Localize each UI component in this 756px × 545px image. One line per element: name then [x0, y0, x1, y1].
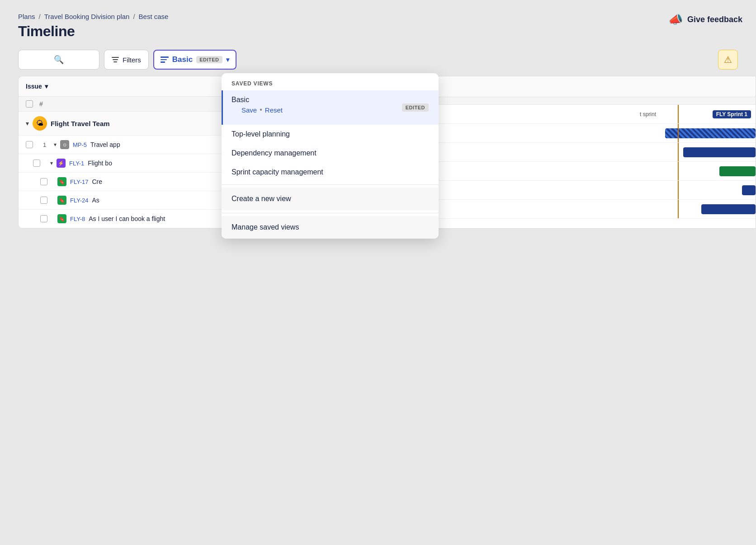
row-checkbox[interactable] — [40, 197, 54, 204]
give-feedback-button[interactable]: 📣 Give feedback — [668, 13, 742, 27]
row-checkbox[interactable] — [26, 141, 39, 148]
timeline-bar[interactable] — [665, 128, 756, 138]
hash-header: # — [39, 100, 43, 108]
today-line — [678, 124, 679, 142]
issue-column-header[interactable]: Issue ▾ — [26, 83, 48, 90]
dot-separator: • — [260, 106, 262, 114]
chevron-down-icon: ▾ — [45, 83, 48, 90]
breadcrumb-sep-1: / — [39, 13, 41, 20]
issue-id[interactable]: FLY-8 — [70, 216, 85, 222]
saved-views-dropdown: SAVED VIEWS Basic Save • Reset EDITED To… — [222, 73, 439, 239]
sprint-label: t sprint — [640, 111, 656, 117]
basic-view-label: Basic — [232, 96, 429, 104]
create-view-label: Create a new view — [232, 195, 291, 202]
table-row: ▾ ⚡ FLY-1 Flight bo — [19, 154, 244, 173]
feedback-icon: 📣 — [668, 13, 683, 27]
issue-title: Flight bo — [88, 160, 112, 167]
issue-type-icon: ⚡ — [57, 159, 66, 168]
breadcrumb: Plans / Travel Booking Division plan / B… — [18, 13, 738, 20]
today-line — [678, 162, 679, 180]
dropdown-item-create-view[interactable]: Create a new view — [222, 188, 439, 210]
table-row: ▾ 🌤 Flight Travel Team — [19, 112, 244, 136]
today-line — [678, 105, 679, 123]
warning-icon: ⚠ — [724, 54, 732, 65]
saved-views-section-header: SAVED VIEWS — [222, 73, 439, 90]
team-name-label: Flight Travel Team — [51, 120, 110, 127]
top-level-planning-label: Top-level planning — [232, 130, 290, 138]
page-title: Timeline — [18, 23, 738, 40]
issue-id[interactable]: FLY-24 — [70, 197, 88, 204]
header: Plans / Travel Booking Division plan / B… — [0, 0, 756, 40]
search-box[interactable]: 🔍 — [18, 50, 99, 70]
issue-type-icon: 🔖 — [57, 196, 66, 205]
dropdown-divider — [222, 184, 439, 185]
reset-link[interactable]: Reset — [265, 106, 283, 114]
manage-views-label: Manage saved views — [232, 223, 299, 231]
timeline-bar[interactable] — [719, 166, 756, 176]
issue-title: As — [92, 197, 99, 204]
breadcrumb-division[interactable]: Travel Booking Division plan — [44, 13, 130, 20]
search-icon: 🔍 — [54, 55, 64, 65]
feedback-label: Give feedback — [687, 15, 742, 24]
dropdown-divider-2 — [222, 213, 439, 213]
issue-title: Travel app — [90, 141, 120, 148]
table-row: 1 ▾ ⊙ MP-5 Travel app — [19, 136, 244, 154]
view-dropdown-button[interactable]: Basic EDITED ▾ — [153, 50, 236, 70]
select-all-checkbox[interactable] — [26, 100, 39, 108]
issue-type-icon: 🔖 — [57, 214, 66, 223]
issue-type-icon: ⊙ — [60, 140, 69, 149]
today-line — [678, 143, 679, 161]
today-line — [678, 200, 679, 218]
timeline-bar[interactable] — [701, 204, 756, 214]
chevron-down-icon[interactable]: ▾ — [26, 120, 29, 127]
issue-title: As I user I can book a flight — [89, 215, 165, 222]
timeline-bar[interactable] — [683, 147, 756, 157]
save-reset-row: Save • Reset — [232, 104, 429, 119]
issue-id[interactable]: FLY-17 — [70, 179, 88, 185]
table-row: 🔖 FLY-8 As I user I can book a flight — [19, 210, 244, 228]
breadcrumb-bestcase[interactable]: Best case — [139, 13, 169, 20]
filters-button[interactable]: Filters — [104, 50, 149, 70]
table-row: 🔖 FLY-17 Cre — [19, 173, 244, 191]
chevron-down-icon[interactable]: ▾ — [50, 160, 53, 166]
breadcrumb-plans[interactable]: Plans — [18, 13, 35, 20]
dropdown-item-manage-views[interactable]: Manage saved views — [222, 216, 439, 239]
dropdown-item-sprint-capacity[interactable]: Sprint capacity management — [222, 163, 439, 182]
view-icon — [161, 56, 169, 63]
fly-sprint-tag: FLY Sprint 1 — [713, 110, 751, 118]
row-checkbox[interactable] — [40, 178, 54, 185]
breadcrumb-sep-2: / — [133, 13, 135, 20]
row-checkbox[interactable] — [40, 215, 54, 222]
dropdown-item-basic-active[interactable]: Basic Save • Reset EDITED — [222, 90, 439, 125]
row-checkbox[interactable] — [33, 160, 47, 167]
toolbar: 🔍 Filters Basic EDITED ▾ ⚠ — [0, 40, 756, 76]
view-label: Basic — [172, 55, 193, 64]
filter-icon — [112, 57, 119, 62]
avatar: 🌤 — [33, 116, 47, 131]
issue-id[interactable]: MP-5 — [73, 141, 87, 148]
table-row: 🔖 FLY-24 As — [19, 191, 244, 210]
sprint-capacity-label: Sprint capacity management — [232, 168, 323, 176]
chevron-down-icon: ▾ — [226, 56, 229, 63]
chevron-down-icon[interactable]: ▾ — [54, 141, 57, 148]
issue-title: Cre — [92, 178, 102, 185]
row-number: 1 — [43, 141, 50, 148]
save-link[interactable]: Save — [241, 106, 257, 114]
warning-button[interactable]: ⚠ — [718, 50, 738, 70]
dependency-management-label: Dependency management — [232, 149, 317, 157]
today-line — [678, 181, 679, 199]
table-area: Issue ▾ # ▾ 🌤 Flight Travel Team 1 ▾ — [18, 76, 244, 229]
filters-label: Filters — [123, 56, 141, 64]
timeline-bar[interactable] — [742, 185, 756, 195]
edited-badge-dropdown: EDITED — [402, 103, 429, 112]
edited-badge: EDITED — [196, 56, 222, 63]
table-col-header: # — [19, 97, 244, 112]
dropdown-item-top-level[interactable]: Top-level planning — [222, 125, 439, 144]
dropdown-item-dependency[interactable]: Dependency management — [222, 144, 439, 163]
table-header: Issue ▾ — [19, 76, 244, 97]
issue-type-icon: 🔖 — [57, 177, 66, 186]
issue-id[interactable]: FLY-1 — [69, 160, 84, 167]
